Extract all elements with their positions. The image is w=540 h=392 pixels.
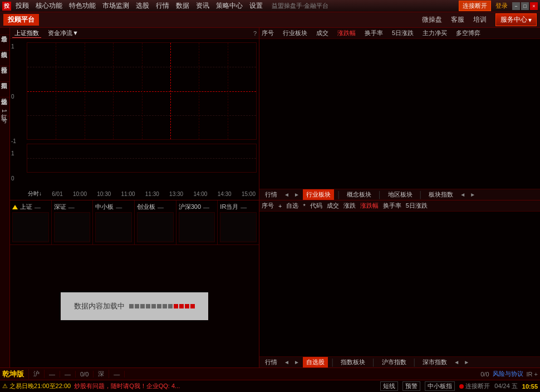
bb-message: 炒股有问题，随时请Q我！企业QQ: 4... xyxy=(74,382,180,390)
kefu-link[interactable]: 客服 xyxy=(451,15,464,24)
wl-tab-hangqing[interactable]: 行情 xyxy=(262,357,281,367)
sidebar-close-2[interactable]: × xyxy=(0,51,9,59)
wl-col-zixuan: 自选 xyxy=(286,202,298,210)
sidebar-tab-kuaisu[interactable]: 快速选股 xyxy=(0,90,9,97)
menu-tougu[interactable]: 投顾 xyxy=(16,1,29,11)
chart-main: 1 0 -1 1 0 xyxy=(10,39,259,200)
toolbar-brand: 投顾平台 xyxy=(3,14,39,26)
connect-button[interactable]: 连接断开 xyxy=(459,1,491,11)
v-grid-2 xyxy=(85,43,85,139)
sidebar-tab-maline[interactable]: 均线振振 xyxy=(0,43,9,51)
time-label-0: 6/01 xyxy=(52,191,62,197)
index-box-header-zxb: 中小板 — xyxy=(95,203,132,211)
sidebar-close-1[interactable]: × xyxy=(0,35,9,43)
minimize-button[interactable]: − xyxy=(512,2,520,10)
status-ir-label: IR + xyxy=(527,371,538,378)
status-brand: 乾坤版 xyxy=(2,369,29,379)
chart-tab-zijin[interactable]: 资金净流▼ xyxy=(46,29,81,37)
sidebar-close-3[interactable]: × xyxy=(0,66,9,75)
status-sep: — xyxy=(65,371,76,378)
wl-scroll-right[interactable]: ► xyxy=(463,359,470,365)
loading-dots xyxy=(129,304,195,308)
wl-tab-arrow-left[interactable]: ◄ xyxy=(283,359,291,365)
index-box-chart-ir xyxy=(220,212,257,242)
risk-link[interactable]: 风险与协议 xyxy=(493,370,523,378)
brand-label: 益盟操盘手·金融平台 xyxy=(272,2,328,10)
sidebar-tab-zhouqi[interactable]: 周期振振 xyxy=(0,75,9,82)
dot-6 xyxy=(157,304,161,308)
chart-help-icon[interactable]: ? xyxy=(253,30,257,37)
sector-tab-bankuaizs[interactable]: 板块指数 xyxy=(425,189,456,200)
time-sort[interactable]: 分时↓ xyxy=(28,190,42,198)
sidebar-close-6[interactable]: × xyxy=(0,116,9,125)
index-val-ir: — xyxy=(240,204,247,210)
time-label-3: 11:00 xyxy=(121,191,135,197)
sidebar-close-5[interactable]: × xyxy=(0,97,9,106)
login-button[interactable]: 登录 xyxy=(495,2,508,10)
menu-shezhi[interactable]: 设置 xyxy=(249,1,263,11)
service-button[interactable]: 服务中心 ▾ xyxy=(495,13,537,26)
sector-tab-diqu[interactable]: 地区板块 xyxy=(385,189,416,200)
wl-col-star[interactable]: * xyxy=(303,203,305,209)
menu-zixun[interactable]: 资讯 xyxy=(196,1,209,11)
index-name-ir: IR当月 xyxy=(220,203,238,211)
peixun-link[interactable]: 培训 xyxy=(473,15,487,24)
sector-tab-divider-3: │ xyxy=(419,191,423,199)
bb-btn-duanxian[interactable]: 短线 xyxy=(380,381,398,391)
sector-tab-arrow-right[interactable]: ► xyxy=(293,192,301,198)
index-name-cyb: 创业板 xyxy=(137,203,155,211)
close-button[interactable]: × xyxy=(530,2,538,10)
bottombar: ⚠ 之易日晚21:00至22:00 炒股有问题，随时请Q我！企业QQ: 4...… xyxy=(0,380,540,392)
time-label-8: 15:00 xyxy=(242,191,256,197)
bb-btn-zhongxiao[interactable]: 中小板指 xyxy=(425,381,455,391)
index-val-sz: — xyxy=(35,204,41,210)
sector-scroll-left[interactable]: ◄ xyxy=(459,192,467,198)
sector-col-hangye: 行业板块 xyxy=(283,29,307,37)
sector-col-5ri: 5日涨跌 xyxy=(392,29,414,37)
sidebar-close-4[interactable]: × xyxy=(0,82,9,90)
index-name-zxb: 中小板 xyxy=(95,203,114,211)
loading-box: 数据内容加载中 xyxy=(61,292,208,320)
status-val1: — xyxy=(49,371,60,378)
index-box-shangzheng: 上证 — xyxy=(10,200,52,244)
bb-btn-yujing[interactable]: 预警 xyxy=(402,381,420,391)
maximize-button[interactable]: □ xyxy=(521,2,529,10)
sector-tab-gainian[interactable]: 概念板块 xyxy=(343,189,375,200)
sector-tab-hangqing[interactable]: 行情 xyxy=(262,189,281,200)
time-label-1: 10:00 xyxy=(73,191,87,197)
menu-celue[interactable]: 策略中心 xyxy=(216,1,243,11)
menu-tese[interactable]: 特色功能 xyxy=(69,1,96,11)
wl-tab-hushi[interactable]: 沪市指数 xyxy=(379,357,410,367)
status-val3: — xyxy=(114,371,125,378)
sector-tab-hangye[interactable]: 行业板块 xyxy=(303,189,334,200)
y-label-0: 0 xyxy=(11,94,14,100)
titlebar-right: 连接断开 登录 − □ × xyxy=(459,1,538,11)
menu-shuju[interactable]: 数据 xyxy=(176,1,189,11)
watchlist-header: 序号 + 自选 * 代码 成交 涨跌 涨跌幅 换手率 5日涨跌 xyxy=(259,200,540,212)
sidebar-tab-tougupingtai[interactable]: 投顾平台 xyxy=(0,59,9,66)
arrow-up-icon xyxy=(12,205,18,209)
wl-col-plus[interactable]: + xyxy=(278,203,282,209)
menu-hexin[interactable]: 核心功能 xyxy=(36,1,62,11)
sidebar-tab-hong1[interactable]: 红1号 xyxy=(0,106,9,116)
menu-shichang[interactable]: 市场监测 xyxy=(102,1,129,11)
wl-tab-zsbk[interactable]: 指数板块 xyxy=(337,357,369,367)
menu-hangqing[interactable]: 行情 xyxy=(156,1,169,11)
chart-header: 上证指数 资金净流▼ ? xyxy=(10,28,259,39)
wl-tab-zixuan[interactable]: 自选股 xyxy=(303,357,328,367)
chart-tab-shangzheng[interactable]: 上证指数 xyxy=(12,29,41,38)
wl-tab-shenshi[interactable]: 深市指数 xyxy=(419,357,450,367)
connect-text: 连接断开 xyxy=(465,382,490,390)
wl-tab-arrow-right[interactable]: ► xyxy=(293,359,301,365)
status-market1: 沪 xyxy=(33,370,45,378)
index-box-chuangye: 创业板 — xyxy=(135,200,176,244)
wl-scroll-left[interactable]: ◄ xyxy=(453,359,460,365)
sector-tabs: 行情 ◄ ► 行业板块 │ 概念板块 │ 地区板块 │ 板块指数 ◄ ► xyxy=(259,189,540,200)
warning-text: 之易日晚21:00至22:00 xyxy=(9,383,71,389)
sector-scroll-right[interactable]: ► xyxy=(469,192,477,198)
weicaopan-link[interactable]: 微操盘 xyxy=(422,15,442,24)
sidebar-tab-market[interactable]: 市场全景 xyxy=(0,28,9,35)
panels-bottom: 上证 — 深证 — 中小板 xyxy=(10,200,540,367)
sector-tab-arrow-left[interactable]: ◄ xyxy=(283,192,291,198)
menu-xuangu[interactable]: 选股 xyxy=(136,1,149,11)
